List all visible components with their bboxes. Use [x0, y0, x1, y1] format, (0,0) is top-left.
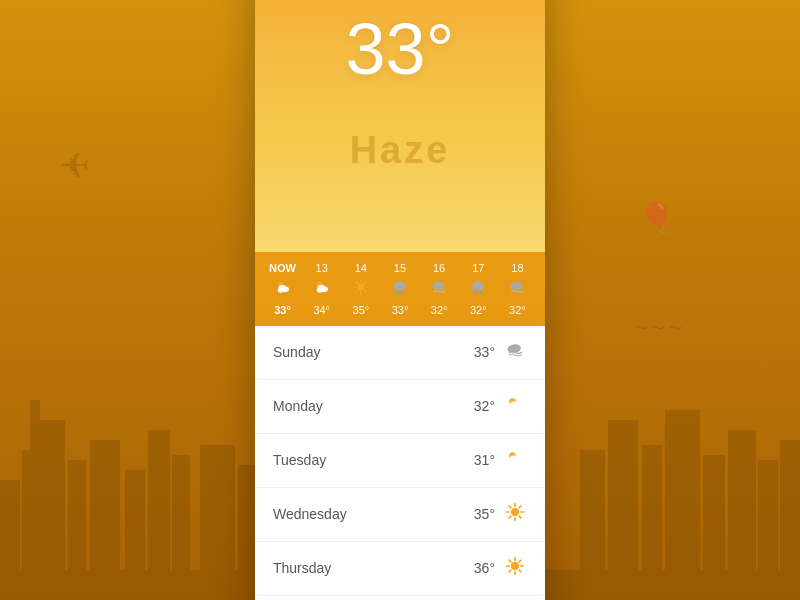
svg-point-73 [511, 561, 519, 569]
svg-point-29 [357, 283, 365, 291]
svg-point-28 [317, 284, 325, 290]
card-top-section: Beijing • • • 33° Haze [255, 0, 545, 252]
svg-line-71 [509, 516, 511, 518]
hour-label: 15 [394, 262, 406, 274]
condition-watermark: Haze [255, 129, 545, 172]
day-temp: 35° [474, 506, 495, 522]
hour-weather-icon [274, 278, 292, 300]
svg-line-80 [509, 570, 511, 572]
hour-item: 18 32° [500, 262, 534, 316]
day-weather-icon [503, 556, 527, 581]
svg-line-42 [399, 290, 400, 293]
hour-weather-icon [508, 278, 526, 300]
daily-forecast-list: Sunday 33° Monday 32° Tuesday 31° [255, 326, 545, 601]
day-temp: 36° [474, 560, 495, 576]
svg-line-79 [519, 570, 521, 572]
hour-weather-icon [313, 278, 331, 300]
hour-label: 16 [433, 262, 445, 274]
weather-card: Beijing • • • 33° Haze NOW 33° 1 [255, 0, 545, 600]
hour-label: 13 [316, 262, 328, 274]
svg-line-36 [356, 290, 358, 292]
hour-weather-icon [352, 278, 370, 300]
svg-point-63 [510, 455, 518, 462]
day-name: Tuesday [273, 452, 474, 468]
day-weather-icon [503, 394, 527, 419]
svg-point-40 [395, 281, 404, 289]
svg-line-69 [509, 506, 511, 508]
daily-row: Friday 33° [255, 596, 545, 601]
day-temp: 32° [474, 398, 495, 414]
hourly-forecast-strip: NOW 33° 13 34° 14 [255, 252, 545, 326]
hour-label: 18 [511, 262, 523, 274]
svg-line-70 [519, 516, 521, 518]
svg-line-37 [365, 281, 367, 283]
svg-line-51 [481, 290, 482, 293]
hour-weather-icon [430, 278, 448, 300]
hour-label: NOW [269, 262, 296, 274]
day-weather-icon [503, 340, 527, 365]
daily-row: Wednesday 35° [255, 488, 545, 542]
hour-temp: 32° [509, 304, 526, 316]
nav-dots: • • • [273, 0, 527, 3]
hour-temp: 35° [353, 304, 370, 316]
airplane-icon: ✈ [60, 145, 90, 187]
day-temp: 31° [474, 452, 495, 468]
daily-row: Monday 32° [255, 380, 545, 434]
day-name: Monday [273, 398, 474, 414]
hour-weather-icon [391, 278, 409, 300]
day-name: Wednesday [273, 506, 474, 522]
hour-item: NOW 33° [266, 262, 300, 316]
day-temp: 33° [474, 344, 495, 360]
hour-label: 17 [472, 262, 484, 274]
day-weather-icon [503, 448, 527, 473]
hour-item: 13 34° [305, 262, 339, 316]
hour-temp: 33° [392, 304, 409, 316]
day-weather-icon [503, 502, 527, 527]
svg-line-49 [475, 290, 476, 293]
daily-row: Tuesday 31° [255, 434, 545, 488]
hour-item: 16 32° [422, 262, 456, 316]
svg-line-43 [402, 290, 403, 293]
hour-temp: 32° [431, 304, 448, 316]
hour-temp: 34° [313, 304, 330, 316]
svg-point-48 [473, 281, 482, 289]
hour-temp: 33° [274, 304, 291, 316]
daily-row: Thursday 36° [255, 542, 545, 596]
day-name: Sunday [273, 344, 474, 360]
svg-line-35 [365, 290, 367, 292]
svg-line-78 [509, 560, 511, 562]
svg-line-34 [356, 281, 358, 283]
day-name: Thursday [273, 560, 474, 576]
hour-weather-icon [469, 278, 487, 300]
hour-label: 14 [355, 262, 367, 274]
daily-row: Sunday 33° [255, 326, 545, 380]
balloon-icon: 🎈 [638, 200, 675, 235]
hour-temp: 32° [470, 304, 487, 316]
hour-item: 14 35° [344, 262, 378, 316]
current-temperature: 33° [273, 13, 527, 85]
svg-line-41 [396, 290, 397, 293]
hour-item: 15 33° [383, 262, 417, 316]
svg-line-72 [519, 506, 521, 508]
hour-item: 17 32° [461, 262, 495, 316]
svg-line-50 [478, 290, 479, 293]
svg-point-24 [278, 284, 286, 290]
svg-point-64 [511, 507, 519, 515]
svg-line-81 [519, 560, 521, 562]
svg-point-59 [510, 401, 518, 408]
